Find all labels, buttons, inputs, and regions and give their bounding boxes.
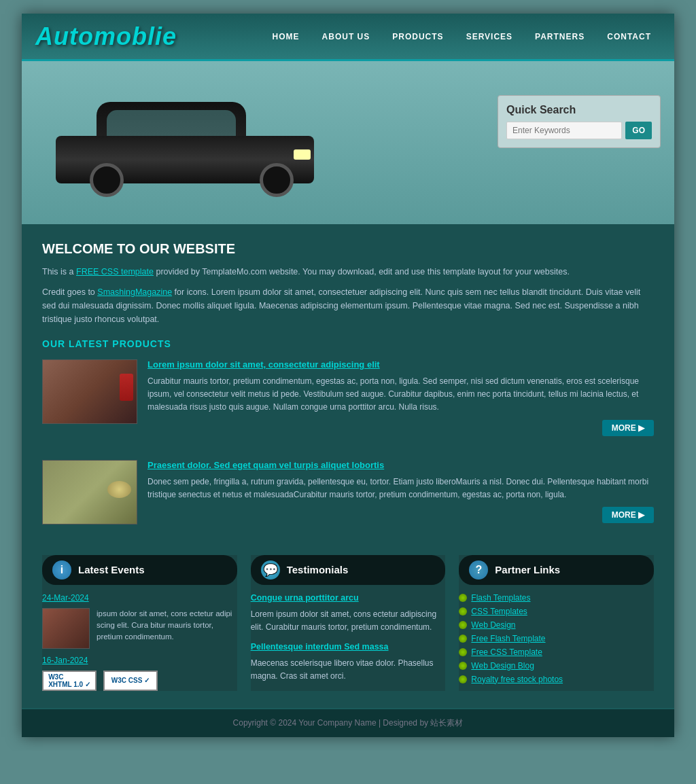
partner-link-item-5: Web Design Blog [459, 661, 654, 671]
logo-area: Automoblie [22, 22, 226, 51]
nav-about[interactable]: ABOUT US [313, 26, 380, 47]
partner-link-item-2: Web Design [459, 620, 654, 630]
info-icon: i [52, 560, 71, 580]
bullet-1 [459, 607, 467, 616]
welcome-para-2: Credit goes to SmashingMagazine for icon… [42, 285, 654, 326]
welcome-title: WELCOME TO OUR WEBSITE [42, 241, 654, 257]
product-thumb-2 [42, 460, 137, 524]
logo: Automoblie [35, 22, 177, 50]
event-text-1: ipsum dolor sit amet, cons ectetur adipi… [97, 608, 237, 649]
partner-link-5[interactable]: Web Design Blog [471, 661, 534, 671]
partner-link-1[interactable]: CSS Templates [471, 607, 527, 616]
partner-links-title: Partner Links [495, 564, 560, 575]
testimonial-link-1[interactable]: Congue urna porttitor arcu [251, 593, 446, 603]
testimonial-text-2: Maecenas scelerisque libero vitae dolor.… [251, 657, 446, 683]
partner-link-4[interactable]: Free CSS Template [471, 647, 542, 657]
bullet-2 [459, 621, 467, 629]
product-item-1: Lorem ipsum dolor sit amet, consectetur … [42, 359, 654, 446]
testimonial-link-2[interactable]: Pellentesque interdum Sed massa [251, 642, 446, 652]
nav-services[interactable]: SERVICES [457, 26, 522, 47]
product-content-1: Lorem ipsum dolor sit amet, consectetur … [147, 359, 654, 436]
partner-link-item-0: Flash Templates [459, 593, 654, 603]
testimonials-title: Testimonials [287, 564, 349, 575]
bullet-3 [459, 635, 467, 643]
event-content-1: ipsum dolor sit amet, cons ectetur adipi… [42, 608, 237, 649]
partner-link-2[interactable]: Web Design [471, 620, 515, 630]
taillight-icon [120, 374, 133, 401]
partner-link-item-6: Royalty free stock photos [459, 675, 654, 684]
welcome-para-1: This is a FREE CSS template provided by … [42, 265, 654, 279]
more-button-2[interactable]: MORE [602, 507, 654, 523]
product-content-2: Praesent dolor. Sed eget quam vel turpis… [147, 460, 654, 524]
bullet-6 [459, 675, 467, 683]
nav-home[interactable]: HOME [263, 26, 309, 47]
product-title-2[interactable]: Praesent dolor. Sed eget quam vel turpis… [147, 460, 654, 470]
search-button[interactable]: GO [625, 122, 652, 139]
footer-text: Copyright © 2024 Your Company Name | Des… [233, 718, 464, 728]
hero-section: Quick Search GO [22, 61, 674, 224]
partner-link-0[interactable]: Flash Templates [471, 593, 530, 603]
bullet-0 [459, 594, 467, 602]
more-button-1[interactable]: MORE [602, 420, 654, 436]
w3c-xhtml-badge: W3CXHTML 1.0 ✓ [42, 671, 97, 691]
car-wheel-left [90, 163, 124, 197]
events-title: Latest Events [78, 564, 145, 575]
partner-links-header: ? Partner Links [459, 555, 654, 585]
event-image-1 [42, 608, 90, 649]
partner-link-item-1: CSS Templates [459, 607, 654, 616]
product-text-1: Curabitur mauris tortor, pretium condime… [147, 375, 654, 414]
latest-products-title: OUR LATEST PRODUCTS [42, 338, 654, 349]
partner-link-3[interactable]: Free Flash Template [471, 634, 545, 643]
events-header: i Latest Events [42, 555, 237, 585]
product-title-1[interactable]: Lorem ipsum dolor sit amet, consectetur … [147, 359, 654, 370]
events-column: i Latest Events 24-Mar-2024 ipsum dolor … [42, 555, 237, 692]
headlight-icon [107, 481, 131, 498]
testimonials-column: 💬 Testimonials Congue urna porttitor arc… [251, 555, 446, 692]
chat-icon: 💬 [261, 560, 280, 580]
free-css-link[interactable]: FREE CSS template [76, 267, 154, 277]
product-item-2: Praesent dolor. Sed eget quam vel turpis… [42, 460, 654, 535]
car-wheel-right [260, 163, 294, 197]
partner-link-item-4: Free CSS Template [459, 647, 654, 657]
bullet-4 [459, 648, 467, 656]
nav-contact[interactable]: CONTACT [597, 26, 661, 47]
car-illustration [42, 68, 328, 217]
w3c-badges: W3CXHTML 1.0 ✓ W3C CSS ✓ [42, 671, 237, 691]
product-image-2 [42, 460, 137, 524]
footer: Copyright © 2024 Your Company Name | Des… [22, 708, 674, 737]
w3c-css-badge: W3C CSS ✓ [103, 671, 158, 691]
partner-links-column: ? Partner Links Flash Templates CSS Temp… [459, 555, 654, 692]
product-image-1 [42, 359, 137, 424]
partner-link-item-3: Free Flash Template [459, 634, 654, 643]
quick-search-box: Quick Search GO [498, 95, 661, 148]
smashing-magazine-link[interactable]: SmashingMagazine [97, 287, 172, 297]
partner-link-6[interactable]: Royalty free stock photos [471, 675, 563, 684]
quick-search-title: Quick Search [506, 104, 652, 116]
event-date-1[interactable]: 24-Mar-2024 [42, 593, 237, 603]
nav-products[interactable]: PRODUCTS [383, 26, 453, 47]
header: Automoblie HOME ABOUT US PRODUCTS SERVIC… [22, 14, 674, 61]
car-headlight [294, 149, 311, 160]
nav-partners[interactable]: PARTNERS [525, 26, 594, 47]
search-input[interactable] [506, 122, 622, 139]
question-icon: ? [469, 560, 488, 580]
main-content: WELCOME TO OUR WEBSITE This is a FREE CS… [22, 224, 674, 708]
testimonials-header: 💬 Testimonials [251, 555, 446, 585]
three-columns: i Latest Events 24-Mar-2024 ipsum dolor … [42, 552, 654, 692]
bullet-5 [459, 662, 467, 670]
testimonial-text-1: Lorem ipsum dolor sit amet, cons ectetur… [251, 608, 446, 634]
product-text-2: Donec sem pede, fringilla a, rutrum grav… [147, 476, 654, 501]
event-date-2[interactable]: 16-Jan-2024 [42, 656, 237, 665]
product-thumb-1 [42, 359, 137, 424]
navigation: HOME ABOUT US PRODUCTS SERVICES PARTNERS… [226, 26, 674, 47]
